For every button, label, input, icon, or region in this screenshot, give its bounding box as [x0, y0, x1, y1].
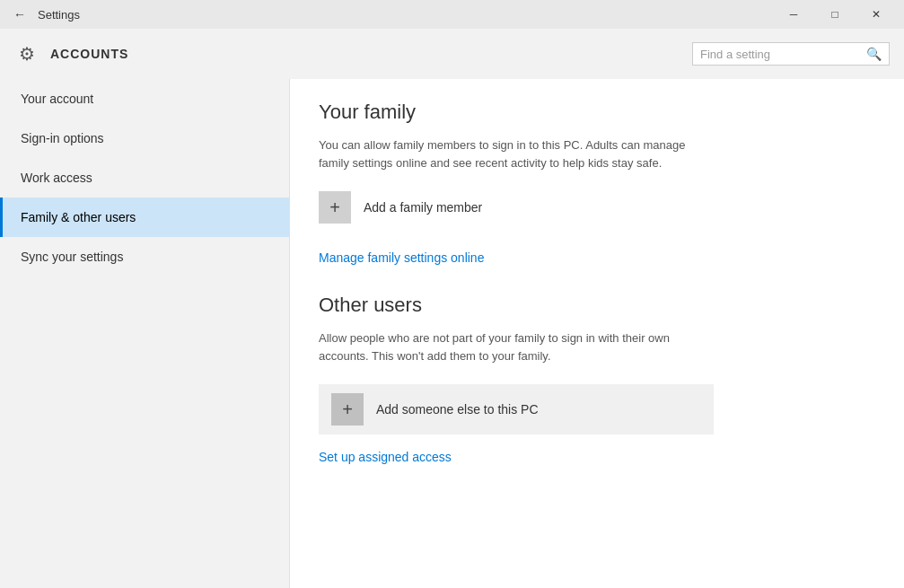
add-someone-row[interactable]: + Add someone else to this PC	[319, 384, 714, 434]
minimize-button[interactable]: ─	[773, 0, 814, 29]
manage-family-link[interactable]: Manage family settings online	[319, 250, 484, 265]
other-users-section-title: Other users	[319, 294, 875, 317]
plus-icon-2: +	[342, 399, 353, 420]
window-controls: ─ □ ✕	[773, 0, 897, 29]
back-icon: ←	[13, 7, 26, 22]
add-family-member-icon: +	[319, 191, 351, 224]
back-button[interactable]: ←	[7, 2, 32, 27]
content-area: Your account Sign-in options Work access…	[0, 79, 904, 588]
search-input[interactable]	[700, 48, 863, 61]
add-family-member-label: Add a family member	[364, 200, 482, 215]
search-box[interactable]: 🔍	[692, 42, 890, 66]
accounts-icon: ⚙	[14, 41, 39, 66]
maximize-button[interactable]: □	[814, 0, 856, 29]
close-icon: ✕	[872, 8, 881, 21]
sidebar-item-family-other-users[interactable]: Family & other users	[0, 197, 289, 237]
maximize-icon: □	[831, 8, 838, 21]
setup-assigned-access-link[interactable]: Set up assigned access	[319, 450, 452, 464]
app-title: ACCOUNTS	[50, 47, 128, 61]
plus-icon: +	[329, 197, 340, 218]
add-someone-label: Add someone else to this PC	[376, 402, 539, 417]
family-section: Your family You can allow family members…	[319, 101, 875, 294]
app-header: ⚙ ACCOUNTS 🔍	[0, 29, 904, 79]
settings-window: ← Settings ─ □ ✕ ⚙ ACCOUNTS 🔍	[0, 0, 904, 588]
sidebar: Your account Sign-in options Work access…	[0, 79, 289, 588]
minimize-icon: ─	[790, 8, 798, 21]
sidebar-item-work-access[interactable]: Work access	[0, 158, 289, 197]
close-button[interactable]: ✕	[856, 0, 897, 29]
add-someone-icon: +	[331, 393, 364, 426]
add-family-member-row[interactable]: + Add a family member	[319, 191, 875, 224]
family-section-title: Your family	[319, 101, 875, 124]
main-content: Your family You can allow family members…	[289, 79, 904, 588]
sidebar-item-your-account[interactable]: Your account	[0, 79, 289, 118]
other-users-section: Other users Allow people who are not par…	[319, 294, 875, 465]
window-title: Settings	[38, 8, 773, 22]
search-icon: 🔍	[866, 47, 882, 61]
family-section-description: You can allow family members to sign in …	[319, 136, 714, 171]
sidebar-item-sync-your-settings[interactable]: Sync your settings	[0, 237, 289, 276]
other-users-section-description: Allow people who are not part of your fa…	[319, 329, 714, 364]
title-bar: ← Settings ─ □ ✕	[0, 0, 904, 29]
sidebar-item-sign-in-options[interactable]: Sign-in options	[0, 118, 289, 158]
